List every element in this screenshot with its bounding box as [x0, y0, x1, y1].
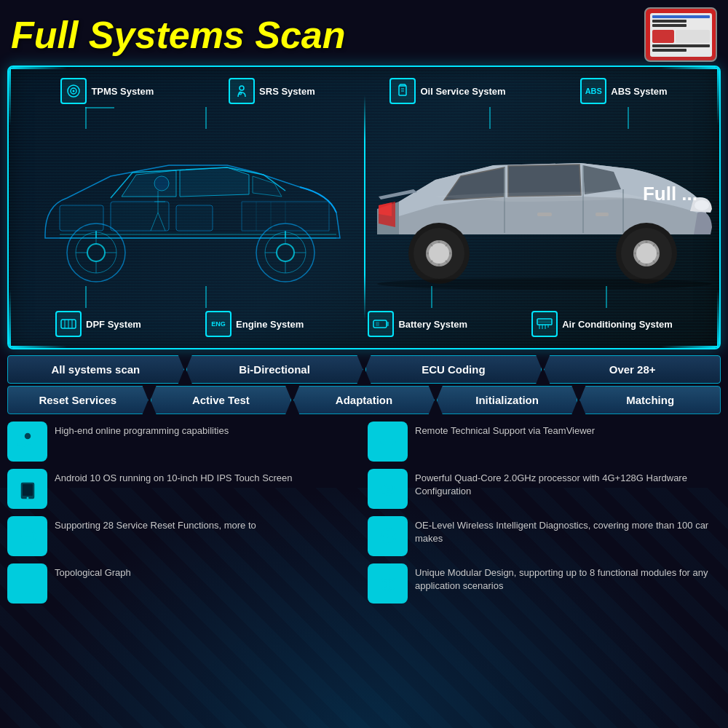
- programming-icon: [7, 422, 47, 462]
- processor-text: Powerful Quad-Core 2.0GHz processor with…: [415, 469, 721, 498]
- android-icon: [7, 469, 47, 509]
- tpms-system: TPMS System: [60, 78, 154, 104]
- svg-point-19: [87, 244, 105, 261]
- svg-point-97: [392, 535, 395, 537]
- tpms-icon: [60, 78, 87, 104]
- processor-icon: [368, 469, 408, 509]
- center-divider: [364, 95, 365, 320]
- svg-rect-24: [60, 205, 103, 231]
- oil-label: Oil Service System: [420, 86, 505, 97]
- svg-rect-68: [373, 320, 387, 328]
- tab-adaptation[interactable]: Adaptation: [293, 386, 435, 414]
- tpms-label: TPMS System: [91, 86, 154, 97]
- modular-text: Unique Modular Design, supporting up to …: [415, 563, 721, 593]
- tablet-line: [652, 15, 710, 18]
- srs-system: SRS System: [229, 78, 315, 104]
- svg-rect-82: [23, 484, 33, 496]
- tablet-line: [652, 24, 687, 27]
- oil-system: Oil Service System: [389, 78, 505, 104]
- tab-active-test[interactable]: Active Test: [151, 386, 292, 414]
- feature-topology: Topological Graph: [7, 563, 360, 604]
- tab-reset-services[interactable]: Reset Services: [7, 386, 149, 414]
- svg-point-96: [381, 535, 383, 537]
- dpf-system: DPF System: [55, 311, 141, 337]
- svg-rect-102: [29, 590, 33, 594]
- svg-line-104: [28, 579, 34, 582]
- svg-rect-70: [376, 322, 379, 326]
- xray-car-svg: [23, 118, 358, 300]
- feature-remote-support: Remote Technical Support via TeamViewer: [368, 422, 721, 462]
- feature-wireless: OE-Level Wireless Intelligent Diagnostic…: [368, 516, 721, 556]
- battery-icon: [368, 311, 394, 337]
- svg-line-105: [21, 587, 24, 590]
- feature-programming: High-end online programming capabilities: [7, 422, 360, 462]
- svg-point-2: [73, 90, 75, 92]
- car-display-section: TPMS System SRS System Oil Service Syste…: [7, 66, 721, 349]
- svg-point-29: [154, 176, 169, 191]
- tab-all-systems-scan[interactable]: All systems scan: [7, 355, 184, 384]
- svg-rect-36: [537, 213, 552, 216]
- remote-support-icon: [368, 422, 408, 462]
- svg-point-78: [24, 432, 31, 440]
- topology-icon: [7, 563, 47, 604]
- svg-rect-37: [596, 213, 609, 216]
- modular-icon: [368, 563, 408, 604]
- svg-rect-99: [19, 582, 23, 587]
- real-car-svg: [363, 111, 721, 307]
- engine-label: Engine System: [236, 319, 304, 330]
- svg-point-86: [387, 488, 389, 491]
- svg-rect-98: [25, 575, 30, 579]
- nav-row-2: Reset Services Active Test Adaptation In…: [7, 386, 721, 414]
- svg-rect-26: [176, 205, 213, 231]
- tablet-line: [652, 49, 687, 52]
- engine-icon: ENG: [205, 311, 232, 337]
- svg-line-103: [21, 579, 28, 582]
- svg-rect-71: [537, 319, 552, 325]
- tab-initialization[interactable]: Initialization: [437, 386, 578, 414]
- svg-point-3: [240, 86, 244, 90]
- svg-rect-101: [22, 590, 26, 594]
- systems-bottom: DPF System ENG Engine System Battery Sys…: [9, 311, 719, 337]
- svg-point-109: [386, 582, 390, 587]
- ac-label: Air Conditioning System: [562, 319, 673, 330]
- remote-support-text: Remote Technical Support via TeamViewer: [415, 422, 595, 438]
- abs-system: ABS ABS System: [580, 78, 667, 104]
- srs-icon: [229, 78, 255, 104]
- reset-text: Supporting 28 Service Reset Functions, m…: [55, 516, 256, 532]
- svg-rect-80: [385, 440, 391, 444]
- abs-icon: ABS: [580, 78, 606, 104]
- tab-over-28[interactable]: Over 28+: [544, 355, 721, 384]
- topology-text: Topological Graph: [55, 563, 131, 579]
- svg-point-83: [26, 496, 28, 499]
- dpf-label: DPF System: [86, 319, 141, 330]
- svg-point-79: [17, 443, 20, 446]
- full-text-label: Full ...: [643, 182, 697, 205]
- svg-rect-25: [111, 202, 169, 231]
- wireless-text: OE-Level Wireless Intelligent Diagnostic…: [415, 516, 721, 545]
- battery-system: Battery System: [368, 311, 467, 337]
- tablet-screen: [650, 13, 712, 57]
- svg-point-12: [277, 244, 294, 261]
- feature-reset: Supporting 28 Service Reset Functions, m…: [7, 516, 360, 556]
- srs-label: SRS System: [259, 86, 315, 97]
- features-grid: High-end online programming capabilities…: [7, 422, 721, 604]
- ac-icon: [531, 311, 558, 337]
- svg-rect-100: [32, 582, 36, 587]
- feature-android: Android 10 OS running on 10-inch HD IPS …: [7, 469, 360, 509]
- battery-label: Battery System: [398, 319, 467, 330]
- svg-line-106: [31, 587, 34, 590]
- tab-matching[interactable]: Matching: [579, 386, 721, 414]
- wireless-icon: [368, 516, 408, 556]
- header: Full Systems Scan: [0, 0, 728, 66]
- tablet-line: [652, 44, 710, 47]
- tab-bi-directional[interactable]: Bi-Directional: [186, 355, 363, 384]
- reset-icon: [7, 516, 47, 556]
- abs-label: ABS System: [611, 86, 667, 97]
- tablet-device: [644, 7, 717, 62]
- svg-point-63: [377, 278, 712, 290]
- tab-ecu-coding[interactable]: ECU Coding: [365, 355, 542, 384]
- svg-point-4: [239, 92, 242, 95]
- systems-top: TPMS System SRS System Oil Service Syste…: [9, 78, 719, 104]
- android-text: Android 10 OS running on 10-inch HD IPS …: [55, 469, 292, 485]
- svg-rect-69: [387, 322, 389, 326]
